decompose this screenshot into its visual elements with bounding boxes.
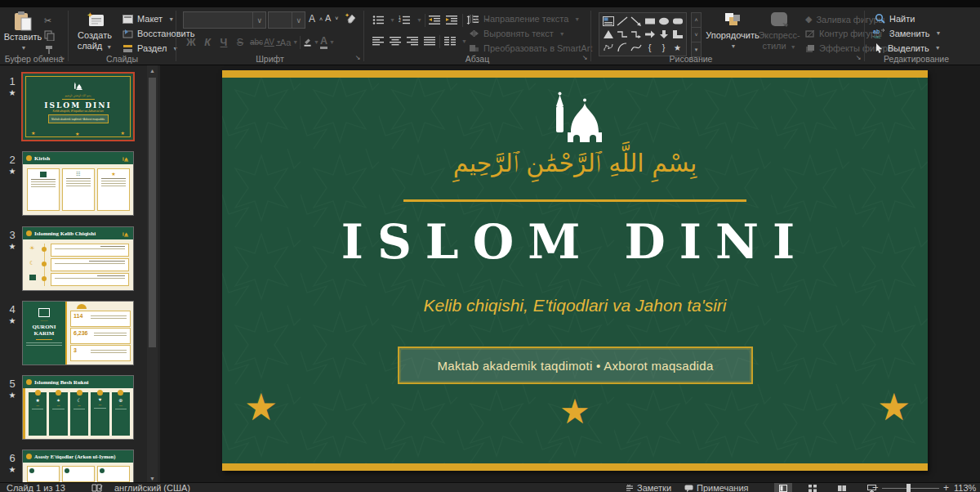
grow-font-button[interactable]: А˄ [309,13,323,25]
shapes-gallery[interactable]: { } ★ [599,12,687,56]
slide-thumbnail-2[interactable]: Kirish ☷ ★ [23,152,133,215]
convert-smartart-button[interactable]: Преобразовать в SmartArt▼ [469,43,604,53]
scroll-down-icon[interactable]: ▼ [147,476,158,481]
zoom-slider-thumb[interactable] [906,484,911,492]
paste-label: Вставить [4,32,42,42]
font-color-button[interactable]: А▼ [319,34,336,50]
shape-arrow-icon[interactable] [629,15,643,28]
align-text-button[interactable]: Выровнять текст▼ [469,29,565,38]
shape-right-arrow-icon[interactable] [643,28,657,41]
dialog-launcher-icon[interactable]: ↘ [854,54,862,62]
thumbnail-scrollbar[interactable]: ▲ ▼ [147,65,158,482]
paste-button[interactable]: Вставить ▼ [5,11,41,53]
select-button[interactable]: Выделить▼ [875,42,941,53]
slide-title[interactable]: ISLOM DINI [222,214,928,270]
columns-button[interactable] [443,34,457,48]
zoom-in-button[interactable]: + [943,483,949,492]
dropdown-arrow-icon: ▼ [574,16,580,22]
spellcheck-button[interactable] [91,483,103,492]
slide-sorter-view-button[interactable] [804,483,822,492]
text-shadow-button[interactable]: abc [248,34,265,50]
strikethrough-button[interactable]: S [232,34,248,50]
thumb-star-icon: ★ [121,130,125,136]
slide-thumbnail-4[interactable]: ――― QURONI KARIM 114 6,236 3 [23,302,133,365]
dialog-launcher-icon[interactable]: ↘ [58,54,66,62]
thumb-star-icon: ★ [75,131,79,136]
dropdown-arrow-icon: ▼ [935,30,941,36]
slide-thumbnail-6[interactable]: Asosiy E'tiqodlar (Arkon ul-Iymon) [23,450,133,482]
shape-down-arrow-icon[interactable] [657,28,670,41]
decrease-indent-button[interactable] [428,13,443,27]
shape-l-shape-icon[interactable] [670,28,684,41]
shape-right-brace-icon[interactable]: } [657,41,670,54]
shape-elbow-arrow-icon[interactable] [629,28,643,41]
find-button[interactable]: Найти [875,13,915,24]
slide-thumbnail-3[interactable]: Islomning Kelib Chiqishi ☀ ☾ [23,227,133,290]
slide-badge-box[interactable]: Maktab akademik taqdimoti • Axborot maqs… [398,347,753,384]
gallery-down-icon[interactable]: ˅ [691,27,702,42]
new-slide-button[interactable]: ✦ Создать слайд ▼ [72,11,118,52]
font-size-combobox[interactable]: ∨ [268,11,305,29]
timeline-dot [42,247,47,252]
shape-textbox-icon[interactable] [601,15,615,28]
language-indicator[interactable]: английский (США) [114,483,190,492]
layout-button[interactable]: Макет▼ [122,14,174,24]
quick-styles-button[interactable]: Экспресс- стили ▼ [758,11,800,52]
clear-formatting-button[interactable]: ✦ [345,12,357,24]
shapes-gallery-scroll[interactable]: ˄ ˅ ▾ [691,12,702,56]
group-label: Слайды [69,54,176,64]
italic-button[interactable]: К [199,34,216,50]
scrollbar-thumb[interactable] [149,78,156,347]
dropdown-arrow-icon: ▼ [21,42,27,53]
shape-elbow-connector-icon[interactable] [615,28,629,41]
shape-scribble-icon[interactable] [601,41,615,54]
numbering-button[interactable]: 12 [398,13,412,27]
increase-indent-button[interactable] [445,13,460,27]
dialog-launcher-icon[interactable]: ↘ [354,54,362,62]
slide-thumbnail-5[interactable]: Islomning Besh Rukni ★ـــ ✶ـــ ☾ـــ ♥ـــ… [23,376,133,439]
zoom-slider[interactable] [882,483,939,492]
bismillah-calligraphy[interactable]: بِسْمِ اللَّهِ ٱلرَّحْمَٰنِ ٱلرَّحِيمِ [222,149,928,178]
shape-triangle-icon[interactable] [601,28,615,41]
gallery-up-icon[interactable]: ˄ [691,12,702,28]
text-direction-button[interactable]: A Направление текста▼ [469,14,580,24]
zoom-out-button[interactable]: − [872,483,879,492]
shape-rounded-rect-icon[interactable] [670,15,684,28]
cut-button[interactable]: ✂ [44,16,51,26]
change-case-button[interactable]: Aa▼ [281,34,297,50]
thumb-card [27,168,60,211]
shape-ellipse-icon[interactable] [657,15,670,28]
copy-button[interactable] [44,30,55,41]
align-left-button[interactable] [371,34,385,48]
highlight-color-button[interactable]: ▼ [303,34,319,50]
arrange-button[interactable]: Упорядочить ▼ [706,11,760,51]
shape-arc-icon[interactable] [615,41,629,54]
comments-button[interactable]: Примечания [684,483,749,492]
shape-line-icon[interactable] [615,15,629,28]
bullets-button[interactable] [371,13,385,27]
reading-view-button[interactable] [833,483,851,492]
zoom-percentage[interactable]: 113% [954,483,976,492]
align-right-button[interactable] [405,34,420,48]
slide-subtitle[interactable]: Kelib chiqishi, E'tiqodlari va Jahon ta'… [222,296,928,315]
section-button[interactable]: Раздел▼ [122,43,178,53]
justify-button[interactable] [422,34,437,48]
bold-button[interactable]: Ж [183,34,199,50]
align-center-button[interactable] [388,34,403,48]
slide-canvas[interactable]: بِسْمِ اللَّهِ ٱلرَّحْمَٰنِ ٱلرَّحِيمِ I… [222,70,928,471]
replace-button[interactable]: abчас Заменить▼ [873,28,941,38]
shape-left-brace-icon[interactable]: { [643,41,657,54]
normal-view-button[interactable] [774,483,792,492]
shape-star-icon[interactable]: ★ [670,41,684,54]
notes-button[interactable]: Заметки [626,483,671,492]
shape-curve-icon[interactable] [629,41,643,54]
slide-counter[interactable]: Слайд 1 из 13 [7,483,65,492]
slide-thumbnail-1[interactable]: بِسْمِ اللَّهِ ٱلرَّحْمَٰنِ ٱلرَّحِيمِ I… [23,74,133,140]
shape-rectangle-icon[interactable] [643,15,657,28]
character-spacing-button[interactable]: AV▼ [265,34,281,50]
scroll-up-icon[interactable]: ▲ [147,65,158,77]
shrink-font-button[interactable]: А˅ [325,13,338,23]
underline-button[interactable]: Ч [216,34,232,50]
font-name-combobox[interactable]: ∨ [183,11,266,29]
animation-star-icon: ★ [5,391,20,400]
